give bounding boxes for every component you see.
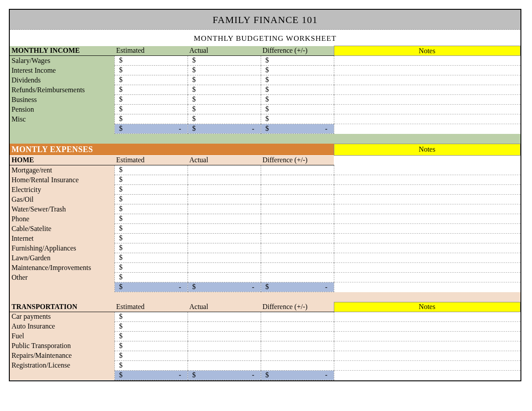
cell-actual[interactable] bbox=[188, 95, 261, 105]
home-total-act[interactable] bbox=[188, 282, 261, 292]
income-total-est[interactable] bbox=[114, 124, 188, 134]
cell-difference[interactable] bbox=[261, 114, 334, 124]
cell-actual[interactable] bbox=[188, 114, 261, 124]
cell-estimated[interactable] bbox=[114, 204, 188, 214]
cell-difference[interactable] bbox=[261, 321, 334, 331]
transport-total-act[interactable] bbox=[188, 370, 261, 380]
cell-difference[interactable] bbox=[261, 224, 334, 234]
cell-estimated[interactable] bbox=[114, 165, 188, 175]
income-total-act[interactable] bbox=[188, 124, 261, 134]
cell-notes[interactable] bbox=[334, 185, 520, 195]
cell-difference[interactable] bbox=[261, 85, 334, 95]
cell-actual[interactable] bbox=[188, 263, 261, 273]
transport-total-est[interactable] bbox=[114, 370, 188, 380]
cell-notes[interactable] bbox=[334, 85, 520, 95]
cell-actual[interactable] bbox=[188, 214, 261, 224]
cell-notes[interactable] bbox=[334, 341, 520, 351]
cell-notes[interactable] bbox=[334, 105, 520, 114]
cell-estimated[interactable] bbox=[114, 195, 188, 204]
cell-notes[interactable] bbox=[334, 114, 520, 124]
cell-estimated[interactable] bbox=[114, 234, 188, 243]
cell-notes[interactable] bbox=[334, 204, 520, 214]
cell-estimated[interactable] bbox=[114, 253, 188, 263]
cell-actual[interactable] bbox=[188, 105, 261, 114]
cell-actual[interactable] bbox=[188, 273, 261, 282]
cell-estimated[interactable] bbox=[114, 75, 188, 85]
cell-estimated[interactable] bbox=[114, 175, 188, 185]
cell-notes[interactable] bbox=[334, 351, 520, 360]
cell-actual[interactable] bbox=[188, 253, 261, 263]
cell-notes[interactable] bbox=[334, 56, 520, 66]
cell-actual[interactable] bbox=[188, 204, 261, 214]
transport-total-diff[interactable] bbox=[261, 370, 334, 380]
cell-notes[interactable] bbox=[334, 175, 520, 185]
cell-actual[interactable] bbox=[188, 165, 261, 175]
cell-notes[interactable] bbox=[334, 95, 520, 105]
cell-difference[interactable] bbox=[261, 185, 334, 195]
cell-notes[interactable] bbox=[334, 75, 520, 85]
cell-difference[interactable] bbox=[261, 273, 334, 282]
cell-estimated[interactable] bbox=[114, 263, 188, 273]
cell-difference[interactable] bbox=[261, 175, 334, 185]
cell-difference[interactable] bbox=[261, 341, 334, 351]
cell-notes[interactable] bbox=[334, 331, 520, 341]
cell-difference[interactable] bbox=[261, 312, 334, 321]
cell-notes[interactable] bbox=[334, 312, 520, 321]
cell-estimated[interactable] bbox=[114, 360, 188, 370]
cell-estimated[interactable] bbox=[114, 114, 188, 124]
cell-difference[interactable] bbox=[261, 165, 334, 175]
cell-actual[interactable] bbox=[188, 234, 261, 243]
cell-actual[interactable] bbox=[188, 224, 261, 234]
cell-difference[interactable] bbox=[261, 331, 334, 341]
cell-actual[interactable] bbox=[188, 312, 261, 321]
cell-difference[interactable] bbox=[261, 263, 334, 273]
cell-estimated[interactable] bbox=[114, 95, 188, 105]
cell-estimated[interactable] bbox=[114, 56, 188, 66]
cell-difference[interactable] bbox=[261, 243, 334, 253]
cell-actual[interactable] bbox=[188, 66, 261, 75]
cell-notes[interactable] bbox=[334, 214, 520, 224]
cell-notes[interactable] bbox=[334, 273, 520, 282]
cell-actual[interactable] bbox=[188, 85, 261, 95]
cell-estimated[interactable] bbox=[114, 273, 188, 282]
cell-actual[interactable] bbox=[188, 75, 261, 85]
cell-difference[interactable] bbox=[261, 105, 334, 114]
cell-notes[interactable] bbox=[334, 360, 520, 370]
cell-difference[interactable] bbox=[261, 351, 334, 360]
cell-notes[interactable] bbox=[334, 165, 520, 175]
cell-notes[interactable] bbox=[334, 234, 520, 243]
cell-difference[interactable] bbox=[261, 66, 334, 75]
cell-difference[interactable] bbox=[261, 56, 334, 66]
cell-difference[interactable] bbox=[261, 204, 334, 214]
cell-difference[interactable] bbox=[261, 253, 334, 263]
cell-estimated[interactable] bbox=[114, 331, 188, 341]
cell-actual[interactable] bbox=[188, 195, 261, 204]
cell-difference[interactable] bbox=[261, 234, 334, 243]
cell-notes[interactable] bbox=[334, 253, 520, 263]
cell-actual[interactable] bbox=[188, 360, 261, 370]
cell-actual[interactable] bbox=[188, 321, 261, 331]
cell-estimated[interactable] bbox=[114, 321, 188, 331]
cell-estimated[interactable] bbox=[114, 85, 188, 95]
cell-notes[interactable] bbox=[334, 195, 520, 204]
cell-actual[interactable] bbox=[188, 56, 261, 66]
cell-difference[interactable] bbox=[261, 214, 334, 224]
home-total-est[interactable] bbox=[114, 282, 188, 292]
cell-actual[interactable] bbox=[188, 243, 261, 253]
cell-difference[interactable] bbox=[261, 95, 334, 105]
cell-estimated[interactable] bbox=[114, 105, 188, 114]
cell-notes[interactable] bbox=[334, 263, 520, 273]
cell-estimated[interactable] bbox=[114, 185, 188, 195]
cell-notes[interactable] bbox=[334, 224, 520, 234]
cell-estimated[interactable] bbox=[114, 224, 188, 234]
cell-notes[interactable] bbox=[334, 66, 520, 75]
cell-estimated[interactable] bbox=[114, 341, 188, 351]
cell-actual[interactable] bbox=[188, 331, 261, 341]
cell-actual[interactable] bbox=[188, 185, 261, 195]
cell-estimated[interactable] bbox=[114, 312, 188, 321]
cell-actual[interactable] bbox=[188, 351, 261, 360]
cell-actual[interactable] bbox=[188, 341, 261, 351]
cell-actual[interactable] bbox=[188, 175, 261, 185]
cell-estimated[interactable] bbox=[114, 66, 188, 75]
cell-difference[interactable] bbox=[261, 195, 334, 204]
